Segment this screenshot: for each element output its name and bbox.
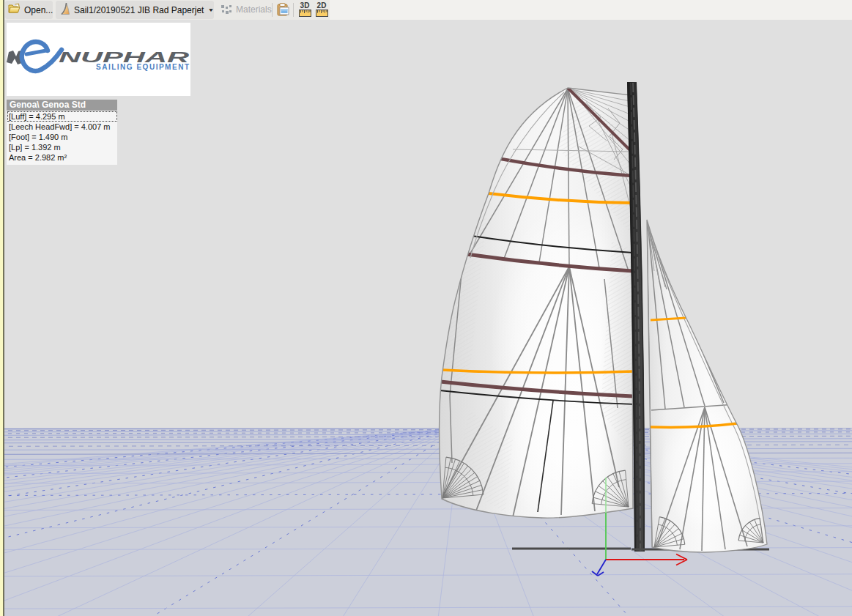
svg-text:SAILING EQUIPMENT: SAILING EQUIPMENT (96, 63, 189, 71)
